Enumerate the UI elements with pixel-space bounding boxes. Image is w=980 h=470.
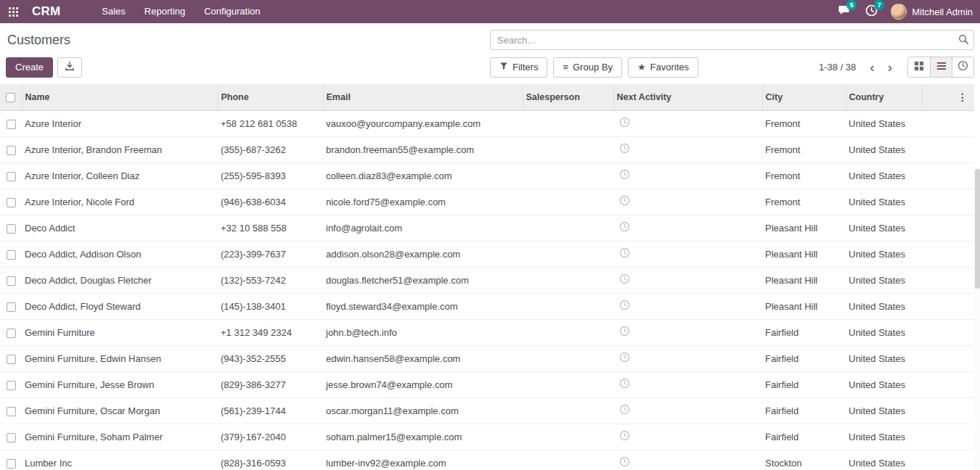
table-row[interactable]: Deco Addict, Addison Olson(223)-399-7637… — [0, 241, 974, 267]
activity-clock-icon[interactable] — [619, 378, 630, 389]
cell-salesperson[interactable] — [523, 450, 613, 470]
cell-email[interactable]: oscar.morgan11@example.com — [323, 397, 523, 424]
row-checkbox[interactable] — [7, 302, 16, 312]
cell-city[interactable]: Stockton — [762, 450, 846, 470]
activity-clock-icon[interactable] — [619, 300, 630, 310]
cell-phone[interactable]: (946)-638-6034 — [218, 189, 323, 215]
cell-city[interactable]: Fairfield — [762, 319, 846, 345]
cell-phone[interactable]: (223)-399-7637 — [218, 241, 323, 267]
cell-country[interactable]: United States — [846, 267, 922, 293]
table-row[interactable]: Gemini Furniture, Soham Palmer(379)-167-… — [0, 424, 974, 450]
breadcrumb[interactable]: Customers — [6, 33, 70, 48]
table-row[interactable]: Azure Interior, Brandon Freeman(355)-687… — [0, 136, 974, 162]
row-checkbox[interactable] — [7, 433, 16, 442]
cell-phone[interactable]: (828)-316-0593 — [218, 450, 323, 470]
favorites-button[interactable]: ★ Favorites — [628, 57, 698, 78]
cell-name[interactable]: Azure Interior, Colleen Diaz — [22, 162, 218, 189]
cell-name[interactable]: Gemini Furniture — [22, 319, 218, 345]
cell-phone[interactable]: +1 312 349 2324 — [218, 319, 323, 345]
activity-view-button[interactable] — [952, 57, 973, 77]
search-icon[interactable] — [958, 34, 969, 48]
cell-email[interactable]: nicole.ford75@example.com — [323, 189, 523, 215]
table-row[interactable]: Gemini Furniture, Jesse Brown(829)-386-3… — [0, 371, 974, 397]
cell-email[interactable]: brandon.freeman55@example.com — [323, 136, 523, 162]
cell-email[interactable]: info@agrolait.com — [323, 215, 523, 241]
cell-country[interactable]: United States — [846, 319, 922, 345]
app-name[interactable]: CRM — [32, 4, 60, 19]
kanban-view-button[interactable] — [908, 57, 930, 77]
cell-phone[interactable]: (145)-138-3401 — [218, 293, 323, 319]
column-header-name[interactable]: Name — [22, 84, 218, 110]
column-header-email[interactable]: Email — [323, 84, 523, 110]
cell-next-activity[interactable] — [613, 189, 762, 215]
cell-next-activity[interactable] — [613, 162, 762, 189]
menu-reporting[interactable]: Reporting — [135, 0, 195, 23]
cell-phone[interactable]: (355)-687-3262 — [218, 136, 323, 162]
cell-name[interactable]: Gemini Furniture, Edwin Hansen — [22, 345, 218, 371]
create-button[interactable]: Create — [6, 57, 53, 78]
cell-city[interactable]: Fremont — [762, 189, 846, 215]
cell-email[interactable]: john.b@tech.info — [323, 319, 523, 345]
cell-name[interactable]: Deco Addict — [22, 215, 218, 241]
cell-next-activity[interactable] — [613, 110, 762, 136]
cell-name[interactable]: Azure Interior — [22, 110, 218, 136]
pager-next-button[interactable]: › — [883, 60, 897, 74]
cell-email[interactable]: edwin.hansen58@example.com — [323, 345, 523, 371]
row-checkbox[interactable] — [7, 459, 16, 469]
activity-clock-icon[interactable] — [619, 273, 630, 284]
cell-name[interactable]: Azure Interior, Nicole Ford — [22, 189, 218, 215]
activity-clock-icon[interactable] — [619, 117, 630, 128]
cell-next-activity[interactable] — [613, 371, 762, 397]
menu-sales[interactable]: Sales — [92, 0, 135, 23]
cell-salesperson[interactable] — [523, 319, 613, 345]
list-view-button[interactable] — [930, 57, 952, 77]
cell-next-activity[interactable] — [613, 267, 762, 293]
group-by-button[interactable]: ≡ Group By — [553, 57, 622, 78]
cell-name[interactable]: Lumber Inc — [22, 450, 218, 470]
cell-next-activity[interactable] — [613, 319, 762, 345]
menu-configuration[interactable]: Configuration — [195, 0, 269, 23]
cell-name[interactable]: Deco Addict, Douglas Fletcher — [22, 267, 218, 293]
table-row[interactable]: Azure Interior+58 212 681 0538vauxoo@you… — [0, 110, 974, 136]
row-checkbox[interactable] — [7, 407, 16, 416]
cell-name[interactable]: Deco Addict, Addison Olson — [22, 241, 218, 267]
cell-name[interactable]: Gemini Furniture, Oscar Morgan — [22, 397, 218, 424]
cell-salesperson[interactable] — [523, 345, 613, 371]
cell-email[interactable]: jesse.brown74@example.com — [323, 371, 523, 397]
cell-salesperson[interactable] — [523, 293, 613, 319]
cell-phone[interactable]: (255)-595-8393 — [218, 162, 323, 189]
cell-city[interactable]: Fremont — [762, 110, 846, 136]
cell-country[interactable]: United States — [846, 189, 922, 215]
cell-city[interactable]: Pleasant Hill — [762, 267, 846, 293]
cell-phone[interactable]: +58 212 681 0538 — [218, 110, 323, 136]
activity-clock-icon[interactable] — [619, 143, 630, 154]
activity-clock-icon[interactable] — [619, 352, 630, 363]
table-row[interactable]: Lumber Inc(828)-316-0593lumber-inv92@exa… — [0, 450, 974, 470]
activity-clock-icon[interactable] — [619, 195, 630, 206]
cell-name[interactable]: Azure Interior, Brandon Freeman — [22, 136, 218, 162]
cell-email[interactable]: addison.olson28@example.com — [323, 241, 523, 267]
cell-city[interactable]: Fremont — [762, 162, 846, 189]
activity-clock-icon[interactable] — [619, 247, 630, 258]
cell-next-activity[interactable] — [613, 136, 762, 162]
cell-country[interactable]: United States — [846, 450, 922, 470]
scrollbar-thumb[interactable] — [975, 169, 980, 289]
cell-salesperson[interactable] — [523, 215, 613, 241]
cell-phone[interactable]: (132)-553-7242 — [218, 267, 323, 293]
cell-phone[interactable]: (829)-386-3277 — [218, 371, 323, 397]
cell-salesperson[interactable] — [523, 136, 613, 162]
activity-clock-icon[interactable] — [619, 430, 630, 441]
cell-city[interactable]: Fairfield — [762, 424, 846, 450]
cell-email[interactable]: soham.palmer15@example.com — [323, 424, 523, 450]
row-checkbox[interactable] — [7, 146, 16, 155]
table-row[interactable]: Deco Addict+32 10 588 558info@agrolait.c… — [0, 215, 974, 241]
cell-salesperson[interactable] — [523, 110, 613, 136]
cell-city[interactable]: Fairfield — [762, 345, 846, 371]
row-checkbox[interactable] — [7, 355, 16, 364]
cell-salesperson[interactable] — [523, 267, 613, 293]
row-checkbox[interactable] — [7, 198, 16, 207]
cell-next-activity[interactable] — [613, 345, 762, 371]
pager-previous-button[interactable]: ‹ — [865, 60, 879, 74]
cell-email[interactable]: vauxoo@yourcompany.example.com — [323, 110, 523, 136]
activity-clock-icon[interactable] — [619, 221, 630, 232]
